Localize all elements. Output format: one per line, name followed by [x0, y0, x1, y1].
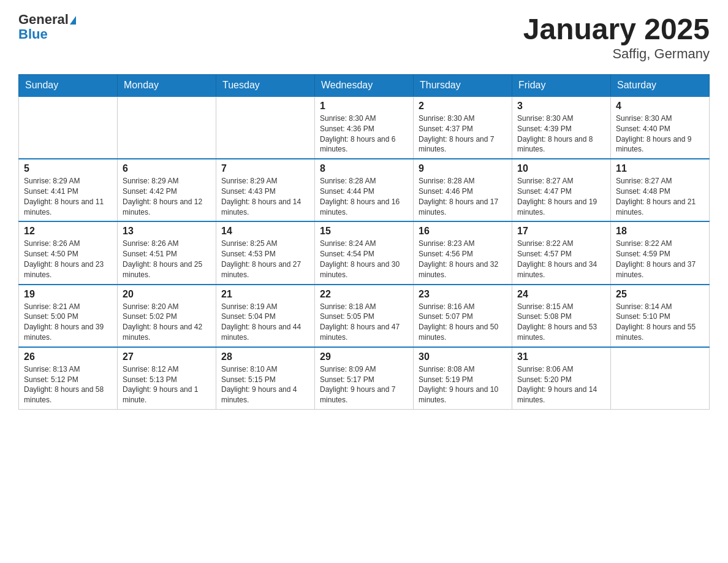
day-info: Sunrise: 8:28 AM Sunset: 4:44 PM Dayligh…: [320, 176, 408, 217]
day-info: Sunrise: 8:26 AM Sunset: 4:50 PM Dayligh…: [24, 239, 112, 280]
day-info: Sunrise: 8:14 AM Sunset: 5:10 PM Dayligh…: [616, 302, 704, 343]
calendar-cell: 19Sunrise: 8:21 AM Sunset: 5:00 PM Dayli…: [19, 285, 118, 347]
day-info: Sunrise: 8:29 AM Sunset: 4:42 PM Dayligh…: [123, 176, 211, 217]
day-number: 31: [517, 351, 605, 362]
calendar-cell: 6Sunrise: 8:29 AM Sunset: 4:42 PM Daylig…: [118, 159, 216, 221]
page-header: General Blue January 2025 Saffig, German…: [18, 12, 710, 62]
day-number: 24: [517, 289, 605, 300]
logo: General Blue: [18, 12, 76, 42]
calendar-cell: [19, 96, 118, 159]
day-info: Sunrise: 8:26 AM Sunset: 4:51 PM Dayligh…: [123, 239, 211, 280]
day-number: 22: [320, 289, 408, 300]
day-number: 4: [616, 101, 704, 112]
day-number: 26: [24, 351, 112, 362]
calendar-cell: [216, 96, 315, 159]
day-info: Sunrise: 8:24 AM Sunset: 4:54 PM Dayligh…: [320, 239, 408, 280]
day-info: Sunrise: 8:29 AM Sunset: 4:41 PM Dayligh…: [24, 176, 112, 217]
calendar-cell: 27Sunrise: 8:12 AM Sunset: 5:13 PM Dayli…: [118, 347, 216, 410]
calendar-cell: 26Sunrise: 8:13 AM Sunset: 5:12 PM Dayli…: [19, 347, 118, 410]
calendar-cell: 21Sunrise: 8:19 AM Sunset: 5:04 PM Dayli…: [216, 285, 315, 347]
calendar-cell: 10Sunrise: 8:27 AM Sunset: 4:47 PM Dayli…: [512, 159, 611, 221]
weekday-header-row: SundayMondayTuesdayWednesdayThursdayFrid…: [19, 75, 710, 97]
calendar-cell: 7Sunrise: 8:29 AM Sunset: 4:43 PM Daylig…: [216, 159, 315, 221]
day-number: 8: [320, 163, 408, 174]
calendar-cell: 28Sunrise: 8:10 AM Sunset: 5:15 PM Dayli…: [216, 347, 315, 410]
calendar-cell: 12Sunrise: 8:26 AM Sunset: 4:50 PM Dayli…: [19, 221, 118, 284]
day-info: Sunrise: 8:22 AM Sunset: 4:57 PM Dayligh…: [517, 239, 605, 280]
weekday-header-saturday: Saturday: [611, 75, 710, 97]
weekday-header-friday: Friday: [512, 75, 611, 97]
day-info: Sunrise: 8:06 AM Sunset: 5:20 PM Dayligh…: [517, 364, 605, 405]
calendar-cell: 22Sunrise: 8:18 AM Sunset: 5:05 PM Dayli…: [315, 285, 414, 347]
day-info: Sunrise: 8:18 AM Sunset: 5:05 PM Dayligh…: [320, 302, 408, 343]
calendar-cell: 31Sunrise: 8:06 AM Sunset: 5:20 PM Dayli…: [512, 347, 611, 410]
day-info: Sunrise: 8:25 AM Sunset: 4:53 PM Dayligh…: [221, 239, 309, 280]
day-number: 25: [616, 289, 704, 300]
logo-general-text: General: [18, 12, 69, 27]
day-info: Sunrise: 8:30 AM Sunset: 4:37 PM Dayligh…: [419, 113, 507, 155]
day-number: 7: [221, 163, 309, 174]
calendar-cell: 18Sunrise: 8:22 AM Sunset: 4:59 PM Dayli…: [611, 221, 710, 284]
calendar-title: January 2025: [523, 12, 710, 46]
calendar-subtitle: Saffig, Germany: [523, 46, 710, 62]
day-number: 2: [419, 101, 507, 112]
calendar-cell: 16Sunrise: 8:23 AM Sunset: 4:56 PM Dayli…: [414, 221, 512, 284]
day-info: Sunrise: 8:13 AM Sunset: 5:12 PM Dayligh…: [24, 364, 112, 405]
day-info: Sunrise: 8:19 AM Sunset: 5:04 PM Dayligh…: [221, 302, 309, 343]
day-number: 23: [419, 289, 507, 300]
day-number: 20: [123, 289, 211, 300]
calendar-cell: 25Sunrise: 8:14 AM Sunset: 5:10 PM Dayli…: [611, 285, 710, 347]
day-number: 14: [221, 226, 309, 237]
day-number: 27: [123, 351, 211, 362]
day-number: 1: [320, 101, 408, 112]
calendar-cell: 24Sunrise: 8:15 AM Sunset: 5:08 PM Dayli…: [512, 285, 611, 347]
day-info: Sunrise: 8:23 AM Sunset: 4:56 PM Dayligh…: [419, 239, 507, 280]
day-number: 10: [517, 163, 605, 174]
calendar-cell: 13Sunrise: 8:26 AM Sunset: 4:51 PM Dayli…: [118, 221, 216, 284]
day-info: Sunrise: 8:30 AM Sunset: 4:40 PM Dayligh…: [616, 113, 704, 155]
calendar-cell: 4Sunrise: 8:30 AM Sunset: 4:40 PM Daylig…: [611, 96, 710, 159]
day-info: Sunrise: 8:21 AM Sunset: 5:00 PM Dayligh…: [24, 302, 112, 343]
calendar-cell: 17Sunrise: 8:22 AM Sunset: 4:57 PM Dayli…: [512, 221, 611, 284]
week-row-1: 1Sunrise: 8:30 AM Sunset: 4:36 PM Daylig…: [19, 96, 710, 159]
calendar-cell: 9Sunrise: 8:28 AM Sunset: 4:46 PM Daylig…: [414, 159, 512, 221]
week-row-5: 26Sunrise: 8:13 AM Sunset: 5:12 PM Dayli…: [19, 347, 710, 410]
calendar-cell: [118, 96, 216, 159]
day-info: Sunrise: 8:08 AM Sunset: 5:19 PM Dayligh…: [419, 364, 507, 405]
day-number: 3: [517, 101, 605, 112]
calendar-cell: 1Sunrise: 8:30 AM Sunset: 4:36 PM Daylig…: [315, 96, 414, 159]
weekday-header-tuesday: Tuesday: [216, 75, 315, 97]
day-number: 18: [616, 226, 704, 237]
logo-triangle-icon: [70, 16, 76, 25]
day-info: Sunrise: 8:28 AM Sunset: 4:46 PM Dayligh…: [419, 176, 507, 217]
weekday-header-monday: Monday: [118, 75, 216, 97]
day-number: 16: [419, 226, 507, 237]
calendar-cell: 20Sunrise: 8:20 AM Sunset: 5:02 PM Dayli…: [118, 285, 216, 347]
week-row-3: 12Sunrise: 8:26 AM Sunset: 4:50 PM Dayli…: [19, 221, 710, 284]
day-info: Sunrise: 8:27 AM Sunset: 4:47 PM Dayligh…: [517, 176, 605, 217]
calendar-table: SundayMondayTuesdayWednesdayThursdayFrid…: [18, 74, 710, 410]
day-info: Sunrise: 8:20 AM Sunset: 5:02 PM Dayligh…: [123, 302, 211, 343]
day-number: 13: [123, 226, 211, 237]
weekday-header-wednesday: Wednesday: [315, 75, 414, 97]
day-info: Sunrise: 8:12 AM Sunset: 5:13 PM Dayligh…: [123, 364, 211, 405]
day-number: 19: [24, 289, 112, 300]
day-number: 29: [320, 351, 408, 362]
calendar-cell: 23Sunrise: 8:16 AM Sunset: 5:07 PM Dayli…: [414, 285, 512, 347]
calendar-cell: 2Sunrise: 8:30 AM Sunset: 4:37 PM Daylig…: [414, 96, 512, 159]
day-info: Sunrise: 8:09 AM Sunset: 5:17 PM Dayligh…: [320, 364, 408, 405]
day-number: 15: [320, 226, 408, 237]
day-info: Sunrise: 8:10 AM Sunset: 5:15 PM Dayligh…: [221, 364, 309, 405]
day-info: Sunrise: 8:16 AM Sunset: 5:07 PM Dayligh…: [419, 302, 507, 343]
day-info: Sunrise: 8:22 AM Sunset: 4:59 PM Dayligh…: [616, 239, 704, 280]
calendar-cell: 14Sunrise: 8:25 AM Sunset: 4:53 PM Dayli…: [216, 221, 315, 284]
day-number: 28: [221, 351, 309, 362]
calendar-cell: 15Sunrise: 8:24 AM Sunset: 4:54 PM Dayli…: [315, 221, 414, 284]
day-number: 30: [419, 351, 507, 362]
day-number: 9: [419, 163, 507, 174]
day-number: 17: [517, 226, 605, 237]
weekday-header-thursday: Thursday: [414, 75, 512, 97]
day-info: Sunrise: 8:30 AM Sunset: 4:36 PM Dayligh…: [320, 113, 408, 155]
day-number: 12: [24, 226, 112, 237]
logo-blue-text: Blue: [18, 27, 76, 42]
